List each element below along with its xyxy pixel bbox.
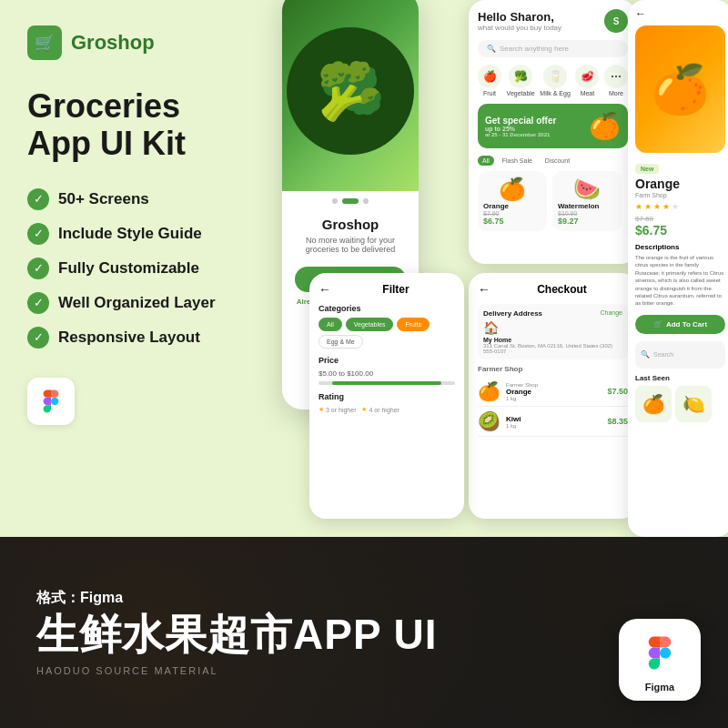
filter-tag-vegetables[interactable]: Vegetables bbox=[346, 318, 394, 331]
promo-detail: at 25 - 31 December 2021 bbox=[485, 132, 556, 137]
product-old-price: $7.90 bbox=[483, 210, 541, 217]
last-seen-item[interactable]: 🍊 bbox=[635, 386, 672, 422]
figma-badge-corner: Figma bbox=[619, 619, 701, 701]
cart-item-weight: 1 kg bbox=[506, 396, 602, 401]
tab-flash[interactable]: Flash Sale bbox=[498, 156, 537, 166]
product-name: Orange bbox=[483, 202, 541, 210]
rating-label: Rating bbox=[318, 392, 455, 401]
brand-icon: 🛒 bbox=[27, 25, 62, 60]
rating-4plus[interactable]: ★ 4 or higher bbox=[361, 406, 399, 413]
filter-screen: ← Filter Categories All Vegetables Fruit… bbox=[309, 273, 464, 519]
promo-title: Get special offer bbox=[485, 116, 556, 126]
checkout-title: Checkout bbox=[496, 283, 628, 296]
detail-shop-name: Farm Shop bbox=[635, 192, 725, 198]
detail-price: $6.75 bbox=[635, 223, 725, 238]
figma-logo-large bbox=[640, 628, 680, 678]
hello-text: Hello Sharon, bbox=[478, 10, 561, 24]
search-placeholder: Search anything here bbox=[500, 45, 569, 53]
greeting-block: Hello Sharon, what would you buy today bbox=[478, 10, 561, 32]
product-card-watermelon[interactable]: 🍉 Watermelon $10.90 $9.27 bbox=[552, 171, 622, 231]
category-meat[interactable]: 🥩 Meat bbox=[575, 65, 599, 96]
search-bar-bottom[interactable]: 🔍 Search bbox=[635, 341, 725, 369]
detail-old-price: $7.60 bbox=[635, 215, 725, 223]
delivery-header: Delivery Address Change bbox=[483, 309, 622, 318]
description-text: The orange is the fruit of various citru… bbox=[635, 254, 725, 308]
bottom-title: 生鲜水果超市APP UI bbox=[36, 612, 438, 658]
phone-brand-name: Groshop bbox=[295, 217, 406, 232]
cart-item-kiwi: 🥝 Kiwi 1 kg $8.35 bbox=[478, 407, 628, 437]
user-avatar[interactable]: S bbox=[604, 9, 628, 33]
tab-discount[interactable]: Discount bbox=[541, 156, 574, 166]
filter-tag-egg[interactable]: Egg & Me bbox=[318, 335, 363, 349]
cart-item-name: Kiwi bbox=[506, 415, 602, 423]
orange-detail-image: 🍊 bbox=[635, 25, 725, 153]
star-2: ★ bbox=[644, 202, 652, 211]
delivery-change[interactable]: Change bbox=[600, 309, 622, 318]
cart-item-weight: 1 kg bbox=[506, 423, 602, 429]
feature-label: Fully Customizable bbox=[58, 259, 199, 278]
filter-tag-all[interactable]: All bbox=[318, 318, 342, 331]
check-icon: ✓ bbox=[27, 258, 49, 279]
filter-tag-fruits[interactable]: Fruits bbox=[397, 318, 430, 331]
category-more[interactable]: ⋯ More bbox=[604, 65, 628, 96]
feature-label: Include Style Guide bbox=[58, 225, 202, 243]
detail-product-name: Orange bbox=[635, 177, 725, 191]
cart-item-info: Kiwi 1 kg bbox=[506, 415, 602, 429]
cart-icon: 🛒 bbox=[653, 320, 662, 329]
categories-label: Categories bbox=[318, 304, 455, 313]
price-label: Price bbox=[318, 356, 455, 365]
cart-item-info: Farmer Shop Orange 1 kg bbox=[506, 382, 602, 401]
search-icon: 🔍 bbox=[487, 45, 496, 53]
carousel-dots bbox=[282, 191, 419, 209]
category-vegetable[interactable]: 🥦 Vegetable bbox=[507, 65, 535, 96]
check-icon: ✓ bbox=[27, 327, 49, 349]
cart-item-price: $7.50 bbox=[607, 387, 628, 396]
add-to-cart-button[interactable]: 🛒 Add To Cart bbox=[635, 315, 725, 334]
last-seen-items: 🍊 🍋 bbox=[635, 386, 725, 422]
filter-title: Filter bbox=[337, 283, 455, 296]
dot-active bbox=[342, 198, 359, 204]
feature-label: 50+ Screens bbox=[58, 190, 149, 208]
check-icon: ✓ bbox=[27, 188, 49, 210]
rating-options: ★ 3 or higher ★ 4 or higher bbox=[318, 406, 455, 413]
left-panel: 🛒 Groshop GroceriesApp UI Kit ✓ 50+ Scre… bbox=[0, 0, 291, 537]
phone-subtitle: No more waiting for your groceries to be… bbox=[295, 236, 406, 254]
last-seen-item[interactable]: 🍋 bbox=[675, 386, 712, 422]
detail-header: ← bbox=[635, 7, 725, 20]
checkout-screen: ← Checkout Delivery Address Change 🏠 My … bbox=[469, 273, 637, 519]
cat-label: More bbox=[609, 90, 623, 96]
price-slider[interactable] bbox=[318, 381, 455, 385]
shop-name: Farmer Shop bbox=[478, 365, 628, 373]
last-seen-section: Last Seen 🍊 🍋 bbox=[635, 374, 725, 422]
back-arrow-icon[interactable]: ← bbox=[478, 282, 490, 297]
new-badge: New bbox=[635, 164, 659, 174]
cart-item-orange: 🍊 Farmer Shop Orange 1 kg $7.50 bbox=[478, 377, 628, 407]
feature-item: ✓ Fully Customizable bbox=[27, 258, 264, 279]
rating-3plus[interactable]: ★ 3 or higher bbox=[318, 406, 356, 413]
bottom-section: 格式：Figma 生鲜水果超市APP UI HAODUO SOURCE MATE… bbox=[0, 537, 728, 728]
feature-item: ✓ Responsive Layout bbox=[27, 327, 264, 349]
check-icon: ✓ bbox=[27, 223, 49, 245]
promo-subtitle: up to 25% bbox=[485, 126, 556, 132]
promo-banner[interactable]: Get special offer up to 25% at 25 - 31 D… bbox=[478, 104, 628, 148]
feature-label: Responsive Layout bbox=[58, 329, 200, 347]
promo-content: Get special offer up to 25% at 25 - 31 D… bbox=[485, 116, 556, 137]
search-placeholder: Search bbox=[653, 351, 673, 358]
search-bar[interactable]: 🔍 Search anything here bbox=[478, 40, 628, 57]
tab-all[interactable]: All bbox=[478, 156, 494, 166]
stars-row: ★ ★ ★ ★ ★ bbox=[635, 202, 725, 211]
category-milk-egg[interactable]: 🥛 Milk & Egg bbox=[540, 65, 570, 96]
back-arrow-icon[interactable]: ← bbox=[318, 282, 331, 297]
top-section: Sign Up 🛒 Groshop GroceriesApp UI Kit ✓ … bbox=[0, 0, 728, 537]
price-slider-fill bbox=[332, 381, 441, 385]
category-fruit[interactable]: 🍎 Fruit bbox=[478, 65, 501, 96]
feature-item: ✓ 50+ Screens bbox=[27, 188, 264, 210]
back-arrow-icon[interactable]: ← bbox=[635, 7, 646, 20]
star-icon: ★ bbox=[361, 406, 367, 413]
search-icon: 🔍 bbox=[641, 350, 650, 359]
product-card-orange[interactable]: 🍊 Orange $7.90 $6.75 bbox=[478, 171, 547, 231]
screen1-header: Hello Sharon, what would you buy today S bbox=[478, 9, 628, 33]
vegetable-icon: 🥦 bbox=[509, 65, 532, 88]
check-icon: ✓ bbox=[27, 292, 49, 314]
phone-hero-image: 🥦 bbox=[282, 0, 419, 191]
